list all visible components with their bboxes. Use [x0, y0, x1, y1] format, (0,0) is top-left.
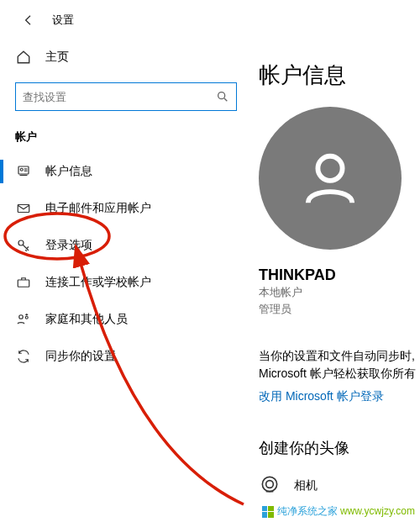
sidebar-item-signin-options[interactable]: 登录选项 — [0, 227, 252, 264]
sidebar-item-email-accounts[interactable]: 电子邮件和应用帐户 — [0, 190, 252, 227]
sidebar-item-label: 同步你的设置 — [45, 349, 116, 364]
svg-point-0 — [218, 92, 225, 99]
search-icon — [216, 90, 229, 103]
sidebar-item-label: 帐户信息 — [45, 164, 92, 179]
ms-signin-link[interactable]: 改用 Microsoft 帐户登录 — [259, 389, 420, 404]
sidebar-item-label: 家庭和其他人员 — [45, 312, 128, 327]
home-nav[interactable]: 主页 — [0, 40, 252, 74]
svg-point-15 — [262, 477, 276, 491]
sidebar: 主页 帐户 帐户信息电子邮件和应用帐户登录选项连接工作或学校帐户家庭和其他人员同… — [0, 40, 252, 498]
avatar — [259, 107, 402, 250]
svg-point-10 — [19, 315, 24, 319]
arrow-left-icon — [22, 13, 35, 27]
search-box[interactable] — [15, 82, 237, 111]
work-school-icon — [15, 275, 32, 290]
person-icon — [301, 149, 360, 208]
sidebar-item-family[interactable]: 家庭和其他人员 — [0, 301, 252, 338]
watermark: 纯净系统之家 www.ycwjzy.com — [262, 504, 415, 519]
account-name: THINKPAD — [259, 266, 420, 284]
watermark-brand: 纯净系统之家 www.ycwjzy.com — [277, 504, 415, 519]
sync-message: 当你的设置和文件自动同步时, Microsoft 帐户轻松获取你所有 — [259, 347, 420, 382]
section-title: 帐户 — [0, 118, 252, 153]
account-role: 管理员 — [259, 301, 420, 318]
home-icon — [15, 50, 32, 65]
page-title: 帐户信息 — [259, 61, 420, 90]
camera-option[interactable]: 相机 — [259, 473, 420, 498]
signin-options-icon — [15, 238, 32, 253]
svg-point-3 — [20, 168, 23, 171]
svg-point-8 — [18, 240, 24, 245]
camera-label: 相机 — [294, 478, 318, 493]
account-info-icon — [15, 164, 32, 179]
content-pane: 帐户信息 THINKPAD 本地帐户 管理员 当你的设置和文件自动同步时, Mi… — [252, 40, 420, 498]
family-icon — [15, 312, 32, 327]
camera-icon — [259, 473, 281, 498]
sidebar-item-account-info[interactable]: 帐户信息 — [0, 153, 252, 190]
sync-icon — [15, 349, 32, 364]
sidebar-item-sync[interactable]: 同步你的设置 — [0, 338, 252, 375]
sidebar-item-work-school[interactable]: 连接工作或学校帐户 — [0, 264, 252, 301]
back-button[interactable] — [15, 7, 42, 34]
svg-line-1 — [224, 98, 227, 101]
svg-point-16 — [266, 481, 274, 488]
sidebar-item-label: 登录选项 — [45, 238, 92, 253]
sidebar-item-label: 电子邮件和应用帐户 — [45, 201, 151, 216]
watermark-logo-icon — [262, 506, 274, 518]
svg-rect-7 — [18, 205, 29, 213]
account-type: 本地帐户 — [259, 284, 420, 301]
sidebar-item-label: 连接工作或学校帐户 — [45, 275, 151, 290]
avatar-section-title: 创建你的头像 — [259, 438, 420, 458]
svg-rect-9 — [18, 280, 29, 287]
svg-point-14 — [318, 156, 342, 181]
email-accounts-icon — [15, 201, 32, 216]
svg-point-11 — [25, 316, 28, 319]
home-label: 主页 — [45, 50, 69, 65]
settings-title: 设置 — [52, 13, 74, 28]
search-input[interactable] — [23, 91, 216, 103]
